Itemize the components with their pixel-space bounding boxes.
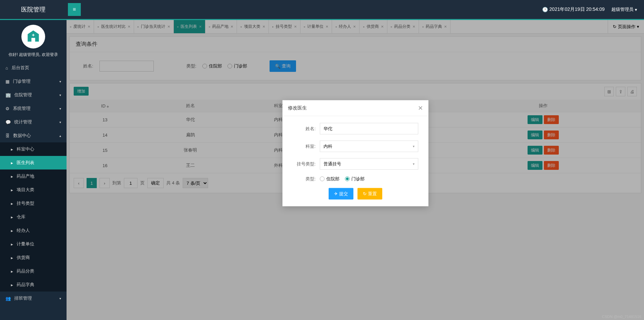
avatar: [21, 25, 45, 48]
svg-rect-1: [33, 34, 34, 36]
sidebar: 你好! 超级管理员, 欢迎登录 ⌂后台首页▦门诊管理🏢住院管理⚙系统管理💬统计管…: [0, 19, 67, 320]
top-header: 医院管理 ≡ 🕐 2021年02月19日 20:54:09 超级管理员 ▾: [0, 0, 644, 19]
doc-icon: ▸: [11, 255, 13, 260]
form-name-input[interactable]: [320, 123, 418, 134]
sidebar-item-4[interactable]: 💬统计管理: [0, 115, 67, 129]
dialog-header: 修改医生 ✕: [282, 100, 428, 116]
dialog-title: 修改医生: [288, 105, 307, 111]
chat-icon: 💬: [5, 120, 11, 125]
sidebar-subitem-2[interactable]: ▸药品产地: [0, 169, 67, 183]
sidebar-item-5[interactable]: 🗄数据中心: [0, 129, 67, 142]
edit-doctor-dialog: 修改医生 ✕ 姓名: 科室: 内科 挂号类型: 普通挂号 类型:: [282, 100, 428, 206]
main-area: ▫度统计✕▫医生统计对比✕▫门诊当天统计✕▫医生列表✕▫药品产地✕▫项目大类✕▫…: [67, 19, 644, 320]
doc-icon: ▸: [11, 201, 13, 206]
form-type-label: 类型:: [293, 176, 320, 182]
form-dept-label: 科室:: [293, 143, 320, 149]
avatar-box: 你好! 超级管理员, 欢迎登录: [0, 20, 67, 61]
grid-icon: ▦: [5, 79, 10, 84]
reset-button[interactable]: ↻重置: [357, 188, 382, 199]
close-icon[interactable]: ✕: [418, 104, 423, 112]
sidebar-subitem-0[interactable]: ▸科室中心: [0, 142, 67, 156]
clock-display: 🕐 2021年02月19日 20:54:09: [542, 6, 605, 13]
form-radio-outpatient[interactable]: 门诊部: [345, 176, 365, 182]
radio-icon: [320, 176, 325, 181]
clock-text: 2021年02月19日 20:54:09: [549, 6, 605, 13]
sidebar-menu: ⌂后台首页▦门诊管理🏢住院管理⚙系统管理💬统计管理🗄数据中心▸科室中心▸医生列表…: [0, 61, 67, 305]
form-radio-inpatient[interactable]: 住院部: [320, 176, 339, 182]
sidebar-item-3[interactable]: ⚙系统管理: [0, 102, 67, 115]
form-name-label: 姓名:: [293, 125, 320, 132]
brand-title: 医院管理: [0, 5, 67, 14]
header-right: 🕐 2021年02月19日 20:54:09 超级管理员 ▾: [542, 6, 644, 13]
home-icon: ⌂: [5, 65, 8, 71]
doc-icon: ▸: [11, 187, 13, 193]
chevron-down-icon: ▾: [635, 7, 637, 12]
sidebar-subitem-10[interactable]: ▸药品字典: [0, 278, 67, 292]
sidebar-subitem-4[interactable]: ▸挂号类型: [0, 197, 67, 210]
user-menu[interactable]: 超级管理员 ▾: [611, 6, 637, 13]
form-dept-select[interactable]: 内科: [320, 140, 418, 152]
gear-icon: ⚙: [5, 106, 10, 111]
form-reg-label: 挂号类型:: [293, 161, 320, 167]
form-reg-select[interactable]: 普通挂号: [320, 158, 418, 169]
sidebar-subitem-1[interactable]: ▸医生列表: [0, 156, 67, 169]
hospital-icon: [26, 29, 41, 44]
dialog-actions: ✈提交 ↻重置: [293, 188, 418, 199]
sidebar-item-2[interactable]: 🏢住院管理: [0, 88, 67, 102]
db-icon: 🗄: [5, 133, 10, 138]
menu-toggle-button[interactable]: ≡: [68, 3, 81, 16]
doc-icon: ▸: [11, 147, 13, 152]
greeting-text: 你好! 超级管理员, 欢迎登录: [0, 52, 67, 58]
building-icon: 🏢: [5, 93, 11, 98]
user-name: 超级管理员: [611, 6, 633, 13]
sidebar-subitem-3[interactable]: ▸项目大类: [0, 183, 67, 197]
sidebar-subitem-6[interactable]: ▸经办人: [0, 224, 67, 237]
doc-icon: ▸: [11, 215, 13, 220]
refresh-icon: ↻: [363, 191, 367, 196]
doc-icon: ▸: [11, 242, 13, 247]
hamburger-icon: ≡: [73, 6, 76, 13]
form-type-radios: 住院部 门诊部: [320, 176, 365, 182]
cal-icon: 👥: [5, 296, 11, 301]
sidebar-item-0[interactable]: ⌂后台首页: [0, 61, 67, 75]
doc-icon: ▸: [11, 228, 13, 233]
send-icon: ✈: [334, 191, 338, 196]
doc-icon: ▸: [11, 160, 13, 165]
doc-icon: ▸: [11, 269, 13, 274]
sidebar-subitem-7[interactable]: ▸计量单位: [0, 237, 67, 251]
sidebar-item-1[interactable]: ▦门诊管理: [0, 75, 67, 88]
sidebar-subitem-5[interactable]: ▸仓库: [0, 210, 67, 224]
sidebar-subitem-8[interactable]: ▸供货商: [0, 251, 67, 264]
sidebar-subitem-9[interactable]: ▸药品分类: [0, 264, 67, 278]
doc-icon: ▸: [11, 282, 13, 287]
dialog-body: 姓名: 科室: 内科 挂号类型: 普通挂号 类型: 住院部 门诊部: [282, 116, 428, 206]
submit-button[interactable]: ✈提交: [329, 188, 353, 199]
clock-icon: 🕐: [542, 7, 548, 12]
radio-icon: [345, 176, 350, 181]
doc-icon: ▸: [11, 174, 13, 179]
sidebar-trailing-0[interactable]: 👥排班管理: [0, 292, 67, 305]
